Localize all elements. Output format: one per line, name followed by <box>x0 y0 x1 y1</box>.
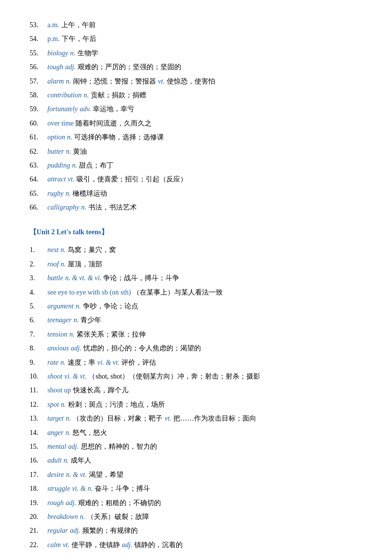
definition: 屋顶，顶部 <box>68 259 102 270</box>
pos: vi. & vt. <box>64 371 86 382</box>
list-item: 3.battlen. & vt. & vi.争论；战斗，搏斗；斗争 <box>30 273 362 284</box>
pos: n. <box>66 413 71 424</box>
definition: 频繁的；有规律的 <box>82 525 138 536</box>
item-number: 12. <box>30 399 47 410</box>
list-item: 20.breakdownn.（关系）破裂；故障 <box>30 512 362 522</box>
definition: 闹钟；恐慌；警报；警报器 <box>73 76 156 87</box>
word: anxious <box>47 343 69 354</box>
pos: n. <box>64 455 69 466</box>
item-number: 3. <box>30 273 47 284</box>
word: adult <box>47 455 62 466</box>
definition: 艰难的；严厉的；坚强的；坚固的 <box>78 62 181 73</box>
definition: 上午，午前 <box>61 20 96 31</box>
word: rugby <box>47 188 64 199</box>
item-number: 22. <box>30 540 47 551</box>
vt2-definition: 镇静的，沉着的 <box>134 540 183 551</box>
item-number: 9. <box>30 357 47 368</box>
definition: 思想的，精神的，智力的 <box>81 441 157 452</box>
item-number: 20. <box>30 512 47 522</box>
list-item: 9.raten.速度；率vi. & vt.评价，评估 <box>30 357 362 368</box>
word: calligraphy <box>47 202 79 213</box>
definition: 速度；率 <box>68 357 95 368</box>
list-item: 56.toughadj.艰难的；严厉的；坚强的；坚固的 <box>30 62 362 73</box>
pos: n. <box>70 48 76 59</box>
word: anger <box>47 427 64 438</box>
list-item: 54.p.m.下午，午后 <box>30 34 362 44</box>
pos: n. <box>66 188 71 199</box>
list-item: 12.spotn.粉刺；斑点；污渍；地点，场所 <box>30 399 362 410</box>
definition: 紧张关系；紧张；拉伸 <box>77 329 146 340</box>
item-number: 66. <box>30 202 47 213</box>
word: nest <box>47 245 59 256</box>
pos: vt. <box>68 174 75 185</box>
item-number: 10. <box>30 371 47 382</box>
list-item: 59.fortunatelyadv.幸运地，幸亏 <box>30 104 362 115</box>
item-number: 57. <box>30 76 47 87</box>
list-item: 5.argumentn.争吵，争论；论点 <box>30 301 362 312</box>
word: option <box>47 132 65 143</box>
list-item: 14.angern.怒气，怒火 <box>30 427 362 438</box>
word: rough <box>47 498 64 509</box>
vt-definition: 评价，评估 <box>121 357 156 368</box>
list-item: 53.a.m.上午，午前 <box>30 20 362 31</box>
word: regular <box>47 525 68 536</box>
word: tension <box>47 329 67 340</box>
definition: 甜点；布丁 <box>79 160 114 171</box>
item-number: 54. <box>30 34 47 44</box>
definition: 艰难的；粗糙的；不确切的 <box>78 498 161 509</box>
item-number: 60. <box>30 118 47 129</box>
definition: 可选择的事物，选择；选修课 <box>74 132 164 143</box>
pos: n. <box>81 202 87 213</box>
word: pudding <box>47 160 70 171</box>
word: struggle <box>47 483 70 494</box>
item-number: 17. <box>30 470 47 480</box>
word: attract <box>47 174 66 185</box>
definition: 书法，书法艺术 <box>88 202 137 213</box>
word: argument <box>47 301 74 312</box>
item-number: 59. <box>30 104 47 115</box>
item-number: 13. <box>30 413 47 424</box>
word: shoot up <box>47 385 71 396</box>
item-number: 62. <box>30 146 47 157</box>
item-number: 11. <box>30 385 47 396</box>
definition: 鸟窝；巢穴，窝 <box>68 245 116 256</box>
item-number: 58. <box>30 90 47 101</box>
word: a.m. <box>47 20 59 31</box>
pos: n. <box>72 160 78 171</box>
list-item: 60.over time随着时间流逝，久而久之 <box>30 118 362 129</box>
list-item: 13.targetn.（攻击的）目标，对象；靶子vt.把……作为攻击目标；面向 <box>30 413 362 424</box>
word: calm <box>47 540 61 551</box>
pos: n. <box>69 329 75 340</box>
list-item: 6.teenagern.青少年 <box>30 315 362 326</box>
definition: 幸运地，幸亏 <box>93 104 134 115</box>
vt-definition: 把……作为攻击目标；面向 <box>173 413 256 424</box>
pos: n. <box>61 357 66 368</box>
item-number: 55. <box>30 48 47 59</box>
word: roof <box>47 259 59 270</box>
list-item: 58.contributionn.贡献；捐款；捐赠 <box>30 90 362 101</box>
definition: 争吵，争论；论点 <box>83 301 138 312</box>
item-number: 5. <box>30 301 47 312</box>
pos: n. <box>74 315 79 326</box>
definition: 怒气，怒火 <box>73 427 107 438</box>
pos: adj. <box>70 525 80 536</box>
item-number: 64. <box>30 174 47 185</box>
item-number: 16. <box>30 455 47 466</box>
word: alarm <box>47 76 64 87</box>
pos: n. <box>83 90 89 101</box>
unit2-header: 【Unit 2 Let's talk teens】 <box>30 228 362 237</box>
list-item: 8.anxiousadj.忧虑的，担心的；令人焦虑的；渴望的 <box>30 343 362 354</box>
item-number: 63. <box>30 160 47 171</box>
word: contribution <box>47 90 81 101</box>
item-number: 19. <box>30 498 47 509</box>
list-item: 2.roofn.屋顶，顶部 <box>30 259 362 270</box>
pos: n. <box>80 512 85 522</box>
definition: （shot, shot）（使朝某方向）冲，奔；射击；射杀；摄影 <box>88 371 260 382</box>
definition: 渴望，希望 <box>89 470 123 480</box>
word: tough <box>47 62 63 73</box>
word: spot <box>47 399 59 410</box>
item-number: 1. <box>30 245 47 256</box>
list-item: 16.adultn.成年人 <box>30 455 362 466</box>
definition: 忧虑的，担心的；令人焦虑的；渴望的 <box>83 343 201 354</box>
pos: adj. <box>68 441 78 452</box>
